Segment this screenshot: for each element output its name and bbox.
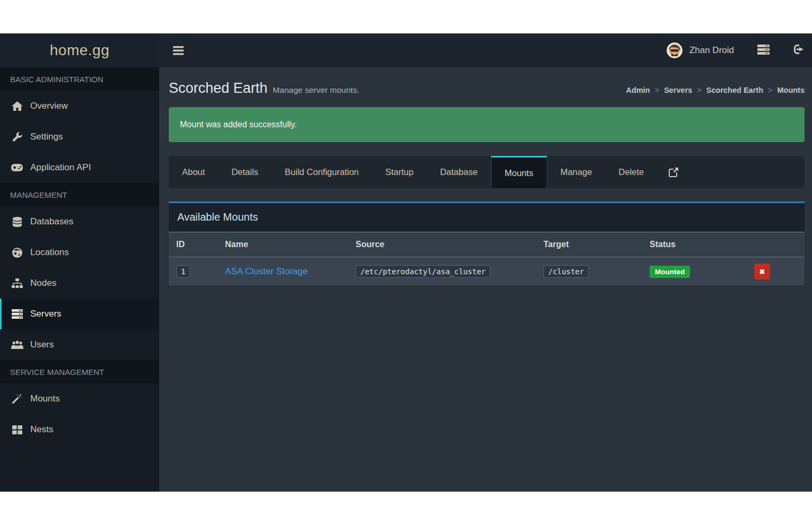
breadcrumb-separator: >	[650, 86, 664, 94]
sidebar-item-label: Locations	[30, 247, 69, 258]
column-header-target: Target	[539, 232, 645, 257]
sidebar-item-label: Databases	[30, 216, 73, 227]
sitemap-icon	[10, 278, 24, 288]
tab-delete[interactable]: Delete	[606, 156, 658, 188]
database-icon	[10, 217, 24, 227]
page-subtitle: Manage server mounts.	[273, 85, 359, 95]
sidebar-section-service-management: SERVICE MANAGEMENT	[0, 360, 159, 383]
gamepad-icon	[10, 164, 24, 171]
sidebar-item-locations[interactable]: Locations	[0, 237, 159, 268]
content-header: Scorched Earth Manage server mounts. Adm…	[159, 67, 812, 106]
sidebar-item-mounts[interactable]: Mounts	[0, 383, 159, 414]
page-title: Scorched Earth	[169, 80, 267, 97]
available-mounts-panel: Available Mounts ID Name Source Target S…	[169, 202, 805, 286]
breadcrumb: Admin > Servers > Scorched Earth > Mount…	[626, 86, 805, 94]
admin-panel-app: home.gg Zhan Droid	[0, 33, 812, 492]
status-badge: Mounted	[650, 266, 690, 278]
sidebar-item-label: Nodes	[30, 278, 56, 289]
tab-mounts[interactable]: Mounts	[491, 156, 547, 188]
table-header-row: ID Name Source Target Status	[169, 232, 805, 257]
column-header-action	[742, 232, 805, 257]
sidebar-item-label: Application API	[30, 162, 91, 173]
user-avatar[interactable]	[667, 42, 683, 58]
sidebar-item-users[interactable]: Users	[0, 329, 159, 360]
sign-out-icon[interactable]	[793, 45, 804, 56]
content-area: Scorched Earth Manage server mounts. Adm…	[159, 67, 812, 492]
magic-wand-icon	[10, 394, 24, 404]
mount-id: 1	[176, 265, 190, 278]
breadcrumb-mounts: Mounts	[777, 86, 805, 94]
logo-area[interactable]: home.gg	[0, 33, 159, 67]
tab-startup[interactable]: Startup	[372, 156, 427, 188]
mount-name-link[interactable]: ASA Cluster Storage	[225, 266, 308, 276]
sidebar-item-label: Settings	[30, 132, 63, 142]
column-header-source: Source	[351, 232, 539, 257]
grid-icon	[10, 425, 24, 434]
home-icon	[10, 101, 24, 111]
success-alert: Mount was added successfully.	[169, 107, 805, 142]
mount-target: /cluster	[543, 265, 589, 278]
sidebar-item-label: Overview	[30, 101, 68, 111]
server-icon[interactable]	[757, 45, 770, 57]
breadcrumb-admin[interactable]: Admin	[626, 86, 650, 94]
server-icon	[10, 309, 24, 319]
panel-title: Available Mounts	[169, 203, 805, 232]
app-logo[interactable]: home.gg	[50, 42, 109, 59]
table-row: 1 ASA Cluster Storage /etc/pterodactyl/a…	[169, 257, 805, 286]
breadcrumb-server-name[interactable]: Scorched Earth	[706, 86, 763, 94]
mounts-table: ID Name Source Target Status 1 ASA Clust…	[169, 232, 805, 286]
sidebar-item-nodes[interactable]: Nodes	[0, 268, 159, 299]
sidebar-section-basic-administration: BASIC ADMINISTRATION	[0, 67, 159, 91]
sidebar-section-management: MANAGEMENT	[0, 183, 159, 206]
user-name[interactable]: Zhan Droid	[689, 45, 734, 56]
tab-details[interactable]: Details	[218, 156, 271, 188]
tab-about[interactable]: About	[169, 156, 218, 188]
column-header-id: ID	[169, 232, 221, 257]
globe-icon	[10, 248, 24, 258]
navbar-right: Zhan Droid	[667, 42, 804, 58]
sidebar-item-label: Servers	[30, 309, 62, 319]
sidebar-item-nests[interactable]: Nests	[0, 414, 159, 445]
top-navbar: home.gg Zhan Droid	[0, 33, 812, 67]
column-header-name: Name	[221, 232, 351, 257]
sidebar-item-servers[interactable]: Servers	[0, 299, 159, 329]
tab-database[interactable]: Database	[427, 156, 491, 188]
sidebar: BASIC ADMINISTRATION Overview Settings A…	[0, 67, 159, 492]
sidebar-item-application-api[interactable]: Application API	[0, 152, 159, 183]
navbar-main: Zhan Droid	[159, 33, 812, 67]
tab-build-configuration[interactable]: Build Configuration	[272, 156, 372, 188]
sidebar-item-label: Users	[30, 339, 54, 350]
wrench-icon	[10, 132, 24, 142]
sidebar-item-label: Nests	[30, 424, 53, 435]
mount-source: /etc/pterodactyl/asa_cluster	[356, 265, 490, 278]
sidebar-item-overview[interactable]: Overview	[0, 91, 159, 121]
sidebar-item-databases[interactable]: Databases	[0, 206, 159, 237]
external-link-icon[interactable]	[657, 156, 690, 188]
sidebar-item-settings[interactable]: Settings	[0, 121, 159, 152]
breadcrumb-separator: >	[692, 86, 706, 94]
tab-manage[interactable]: Manage	[547, 156, 606, 188]
sidebar-item-label: Mounts	[30, 394, 60, 404]
menu-icon[interactable]	[173, 46, 184, 55]
users-icon	[10, 340, 24, 349]
column-header-status: Status	[645, 232, 742, 257]
main-layout: BASIC ADMINISTRATION Overview Settings A…	[0, 67, 812, 492]
breadcrumb-separator: >	[763, 86, 777, 94]
delete-mount-button[interactable]: ✖	[754, 264, 770, 280]
breadcrumb-servers[interactable]: Servers	[664, 86, 692, 94]
server-tabs: About Details Build Configuration Startu…	[169, 156, 805, 188]
